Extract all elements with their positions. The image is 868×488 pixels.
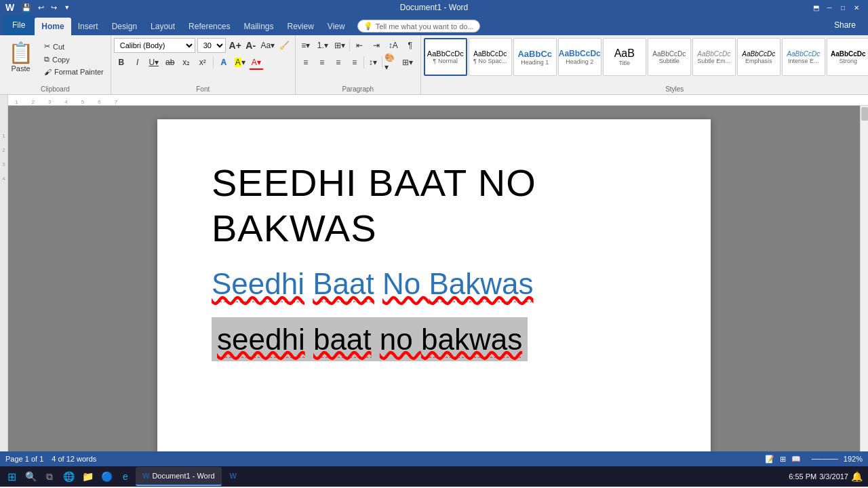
bullets-btn[interactable]: ≡▾ — [298, 38, 313, 53]
style-strong[interactable]: AaBbCcDc Strong — [827, 38, 868, 76]
align-right-btn[interactable]: ≡ — [331, 55, 346, 70]
doc-heading-text-baat: Baat — [313, 267, 374, 300]
bold-button[interactable]: B — [114, 55, 129, 70]
body-bakwas: bakwas — [421, 323, 522, 356]
underline-button[interactable]: U▾ — [146, 55, 161, 70]
align-center-btn[interactable]: ≡ — [315, 55, 330, 70]
tab-layout[interactable]: Layout — [144, 18, 182, 35]
increase-indent-btn[interactable]: ⇥ — [369, 38, 384, 53]
show-formatting-btn[interactable]: ¶ — [403, 38, 418, 53]
styles-group-label: Styles — [424, 84, 868, 94]
scrollbar-thumb[interactable] — [861, 107, 868, 121]
style-subtitle[interactable]: AaBbCcDc Subtitle — [648, 38, 691, 76]
styles-gallery: AaBbCcDc ¶ Normal AaBbCcDc ¶ No Spac... … — [424, 38, 868, 76]
tab-insert[interactable]: Insert — [71, 18, 105, 35]
font-group-label: Font — [114, 84, 292, 94]
search-taskbar-icon[interactable]: 🔍 — [22, 468, 39, 485]
separator — [213, 56, 214, 68]
close-btn[interactable]: ✕ — [850, 1, 863, 14]
window-controls: ⬒ ─ □ ✕ — [810, 1, 863, 14]
increase-font-btn[interactable]: A+ — [228, 38, 243, 53]
task-view-icon[interactable]: ⧉ — [41, 468, 58, 485]
text-highlight-button[interactable]: A▾ — [233, 55, 248, 70]
vertical-scrollbar[interactable] — [860, 106, 868, 451]
ie-icon[interactable]: e — [117, 468, 134, 485]
justify-btn[interactable]: ≡ — [347, 55, 362, 70]
clipboard-group: 📋 Paste ✂ Cut ⧉ Copy 🖌 Format Painter Cl… — [0, 35, 111, 94]
superscript-button[interactable]: x² — [195, 55, 210, 70]
tab-review[interactable]: Review — [280, 18, 320, 35]
style-title[interactable]: AaB Title — [603, 38, 646, 76]
borders-btn[interactable]: ⊞▾ — [400, 55, 415, 70]
tab-references[interactable]: References — [182, 18, 237, 35]
read-mode-icon: 📖 — [791, 455, 801, 464]
multilevel-list-btn[interactable]: ⊞▾ — [332, 38, 347, 53]
maximize-btn[interactable]: □ — [837, 1, 849, 14]
minimize-btn[interactable]: ─ — [823, 1, 835, 14]
italic-button[interactable]: I — [130, 55, 145, 70]
numbering-btn[interactable]: 1.▾ — [315, 38, 330, 53]
decrease-font-btn[interactable]: A- — [243, 38, 258, 53]
style-no-spacing[interactable]: AaBbCcDc ¶ No Spac... — [469, 38, 512, 76]
paste-label: Paste — [11, 64, 30, 73]
clipboard-group-label: Clipboard — [3, 84, 108, 94]
word2-taskbar-app[interactable]: W — [223, 467, 243, 486]
font-color-button[interactable]: A▾ — [249, 55, 264, 70]
style-normal[interactable]: AaBbCcDc ¶ Normal — [424, 38, 467, 76]
style-heading2[interactable]: AaBbCcDc Heading 2 — [558, 38, 601, 76]
styles-group: AaBbCcDc ¶ Normal AaBbCcDc ¶ No Spac... … — [421, 35, 868, 94]
clear-formatting-btn[interactable]: 🧹 — [277, 38, 292, 53]
ribbon-display-btn[interactable]: ⬒ — [810, 1, 822, 14]
share-button[interactable]: Share — [827, 18, 863, 33]
tell-me-input[interactable]: 💡 Tell me what you want to do... — [357, 20, 480, 33]
doc-line-1: SEEDHI BAAT NO BAKWAS — [212, 160, 656, 251]
cut-button[interactable]: ✂ Cut — [40, 41, 108, 52]
word-taskbar-app[interactable]: W Document1 - Word — [136, 467, 222, 486]
sort-btn[interactable]: ↕A — [386, 38, 401, 53]
text-effects-button[interactable]: A — [216, 55, 231, 70]
strikethrough-button[interactable]: ab — [163, 55, 178, 70]
style-heading1[interactable]: AaBbCc Heading 1 — [513, 38, 557, 76]
taskbar-date: 3/3/2017 — [819, 472, 848, 481]
taskbar-time: 6:55 PM — [789, 472, 816, 481]
font-family-select[interactable]: Calibri (Body) — [114, 38, 195, 53]
signin-button[interactable]: Sign in — [797, 20, 822, 30]
scissors-icon: ✂ — [44, 42, 50, 51]
customize-quick-access-btn[interactable]: ▼ — [62, 4, 72, 11]
paste-button[interactable]: 📋 Paste — [3, 38, 39, 75]
doc-line-3-container: seedhi baat no bakwas — [212, 317, 528, 368]
format-painter-button[interactable]: 🖌 Format Painter — [40, 66, 108, 77]
title-bar: W 💾 ↩ ↪ ▼ Document1 - Word ⬒ ─ □ ✕ — [0, 0, 868, 15]
notifications-icon[interactable]: 🔔 — [851, 471, 863, 482]
file-explorer-icon[interactable]: 📁 — [79, 468, 96, 485]
word-logo-icon: W — [5, 2, 14, 13]
tab-home[interactable]: Home — [35, 18, 71, 35]
tab-mailings[interactable]: Mailings — [237, 18, 280, 35]
vertical-ruler: 1 2 3 4 — [0, 106, 8, 451]
style-subtle-emphasis[interactable]: AaBbCcDc Subtle Em... — [692, 38, 736, 76]
chrome-icon[interactable]: 🔵 — [98, 468, 115, 485]
tell-me-placeholder: Tell me what you want to do... — [376, 22, 474, 30]
edge-taskbar-icon[interactable]: 🌐 — [60, 468, 77, 485]
undo-quick-btn[interactable]: ↩ — [36, 3, 46, 12]
change-case-btn[interactable]: Aa▾ — [260, 38, 275, 53]
tab-view[interactable]: View — [321, 18, 352, 35]
shading-btn[interactable]: 🎨▾ — [384, 55, 399, 70]
line-spacing-btn[interactable]: ↕▾ — [366, 55, 380, 70]
tab-file[interactable]: File — [3, 15, 35, 35]
save-quick-btn[interactable]: 💾 — [20, 3, 33, 12]
align-left-btn[interactable]: ≡ — [298, 55, 313, 70]
quick-access-toolbar: W 💾 ↩ ↪ ▼ — [5, 2, 72, 13]
style-intense-emphasis[interactable]: AaBbCcDc Intense E... — [782, 38, 825, 76]
taskbar-system-tray: 6:55 PM 3/3/2017 🔔 — [789, 471, 865, 482]
separator — [349, 39, 350, 52]
decrease-indent-btn[interactable]: ⇤ — [352, 38, 367, 53]
redo-quick-btn[interactable]: ↪ — [49, 3, 59, 12]
tab-design[interactable]: Design — [105, 18, 144, 35]
font-size-select[interactable]: 30 — [197, 38, 226, 53]
doc-scroll-area[interactable]: SEEDHI BAAT NO BAKWAS Seedhi Baat No Bak… — [8, 106, 860, 451]
start-button[interactable]: ⊞ — [3, 468, 20, 485]
copy-button[interactable]: ⧉ Copy — [40, 54, 108, 65]
style-emphasis[interactable]: AaBbCcDc Emphasis — [737, 38, 781, 76]
subscript-button[interactable]: x₂ — [179, 55, 194, 70]
